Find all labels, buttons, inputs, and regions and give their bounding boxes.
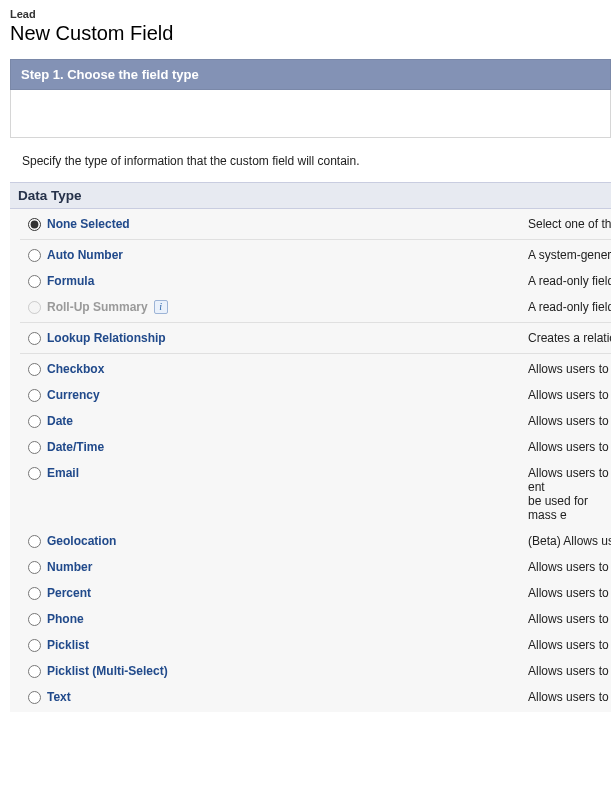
option-description: Creates a relationsh — [528, 325, 611, 351]
radio-lookup[interactable] — [28, 332, 41, 345]
data-type-option-datetime[interactable]: Date/Time — [28, 434, 528, 460]
instructions-text: Specify the type of information that the… — [10, 138, 611, 182]
radio-rollup — [28, 301, 41, 314]
data-type-option-autonum[interactable]: Auto Number — [28, 242, 528, 268]
option-description: Allows users to sel — [528, 356, 611, 382]
option-description: Allows users to ent — [528, 408, 611, 434]
radio-phone[interactable] — [28, 613, 41, 626]
data-type-option-rollup: Roll-Up Summaryi — [28, 294, 528, 320]
option-description: Allows users to sel — [528, 658, 611, 684]
radio-text[interactable] — [28, 691, 41, 704]
data-type-option-checkbox[interactable]: Checkbox — [28, 356, 528, 382]
data-type-option-formula[interactable]: Formula — [28, 268, 528, 294]
option-label: Lookup Relationship — [47, 331, 166, 345]
data-type-row: Auto NumberA system-generate — [10, 242, 611, 268]
radio-autonum[interactable] — [28, 249, 41, 262]
data-type-row: FormulaA read-only field tha — [10, 268, 611, 294]
option-description: Allows users to ent — [528, 606, 611, 632]
data-type-row: Date/TimeAllows users to ent — [10, 434, 611, 460]
data-type-option-picklistm[interactable]: Picklist (Multi-Select) — [28, 658, 528, 684]
data-type-option-email[interactable]: Email — [28, 460, 528, 486]
option-label: Currency — [47, 388, 100, 402]
data-type-option-date[interactable]: Date — [28, 408, 528, 434]
radio-percent[interactable] — [28, 587, 41, 600]
option-label: None Selected — [47, 217, 130, 231]
option-description: Allows users to ent — [528, 382, 611, 408]
option-description: Select one of the da — [528, 211, 611, 237]
data-type-option-lookup[interactable]: Lookup Relationship — [28, 325, 528, 351]
radio-email[interactable] — [28, 467, 41, 480]
radio-none[interactable] — [28, 218, 41, 231]
data-type-option-geo[interactable]: Geolocation — [28, 528, 528, 554]
option-label: Picklist (Multi-Select) — [47, 664, 168, 678]
option-label: Roll-Up Summary — [47, 300, 148, 314]
info-icon[interactable]: i — [154, 300, 168, 314]
data-type-option-picklist[interactable]: Picklist — [28, 632, 528, 658]
option-description: Allows users to sel — [528, 632, 611, 658]
page-header: Lead New Custom Field — [0, 0, 611, 59]
radio-geo[interactable] — [28, 535, 41, 548]
option-label: Picklist — [47, 638, 89, 652]
option-label: Phone — [47, 612, 84, 626]
radio-picklist[interactable] — [28, 639, 41, 652]
data-type-row: Lookup RelationshipCreates a relationsh — [10, 325, 611, 351]
radio-datetime[interactable] — [28, 441, 41, 454]
data-type-row: Geolocation(Beta) Allows users — [10, 528, 611, 554]
option-description: (Beta) Allows users — [528, 528, 611, 554]
option-description: A system-generate — [528, 242, 611, 268]
option-description: Allows users to ent — [528, 684, 611, 710]
option-description: A read-only field tha — [528, 294, 611, 320]
data-type-option-number[interactable]: Number — [28, 554, 528, 580]
data-type-row: TextAllows users to ent — [10, 684, 611, 710]
data-type-row: CurrencyAllows users to ent — [10, 382, 611, 408]
page-title: New Custom Field — [10, 22, 601, 45]
data-type-row: CheckboxAllows users to sel — [10, 356, 611, 382]
option-label: Date — [47, 414, 73, 428]
data-type-option-currency[interactable]: Currency — [28, 382, 528, 408]
option-description: Allows users to ent — [528, 554, 611, 580]
data-type-row: PercentAllows users to ent — [10, 580, 611, 606]
step-content-gap — [10, 90, 611, 138]
data-type-row: DateAllows users to ent — [10, 408, 611, 434]
radio-number[interactable] — [28, 561, 41, 574]
step-bar: Step 1. Choose the field type — [10, 59, 611, 90]
option-label: Auto Number — [47, 248, 123, 262]
option-description: A read-only field tha — [528, 268, 611, 294]
option-label: Email — [47, 466, 79, 480]
option-label: Percent — [47, 586, 91, 600]
section-heading-data-type: Data Type — [10, 182, 611, 209]
option-label: Geolocation — [47, 534, 116, 548]
data-type-row: Roll-Up SummaryiA read-only field tha — [10, 294, 611, 320]
data-type-row: PhoneAllows users to ent — [10, 606, 611, 632]
option-description: Allows users to ent — [528, 580, 611, 606]
data-type-option-percent[interactable]: Percent — [28, 580, 528, 606]
option-description: Allows users to ent — [528, 434, 611, 460]
option-label: Date/Time — [47, 440, 104, 454]
option-label: Number — [47, 560, 92, 574]
breadcrumb: Lead — [10, 8, 601, 20]
data-type-row: None SelectedSelect one of the da — [10, 211, 611, 237]
radio-currency[interactable] — [28, 389, 41, 402]
radio-date[interactable] — [28, 415, 41, 428]
radio-formula[interactable] — [28, 275, 41, 288]
option-description: Allows users to entbe used for mass e — [528, 460, 611, 528]
data-type-option-phone[interactable]: Phone — [28, 606, 528, 632]
data-type-row: PicklistAllows users to sel — [10, 632, 611, 658]
option-label: Formula — [47, 274, 94, 288]
option-label: Text — [47, 690, 71, 704]
option-label: Checkbox — [47, 362, 104, 376]
data-type-option-none[interactable]: None Selected — [28, 211, 528, 237]
data-type-options: None SelectedSelect one of the daAuto Nu… — [10, 209, 611, 712]
data-type-row: NumberAllows users to ent — [10, 554, 611, 580]
radio-picklistm[interactable] — [28, 665, 41, 678]
data-type-row: Picklist (Multi-Select)Allows users to s… — [10, 658, 611, 684]
data-type-option-text[interactable]: Text — [28, 684, 528, 710]
radio-checkbox[interactable] — [28, 363, 41, 376]
data-type-row: EmailAllows users to entbe used for mass… — [10, 460, 611, 528]
